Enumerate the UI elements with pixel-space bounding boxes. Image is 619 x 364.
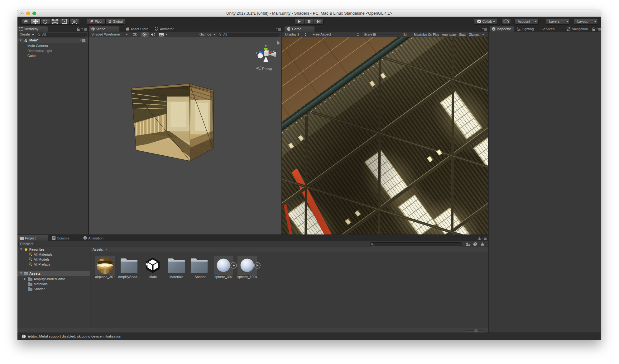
svg-text:Persp: Persp [262, 67, 272, 71]
svg-text:z: z [256, 51, 257, 54]
svg-text:y: y [265, 44, 267, 47]
svg-text:x: x [273, 49, 275, 53]
